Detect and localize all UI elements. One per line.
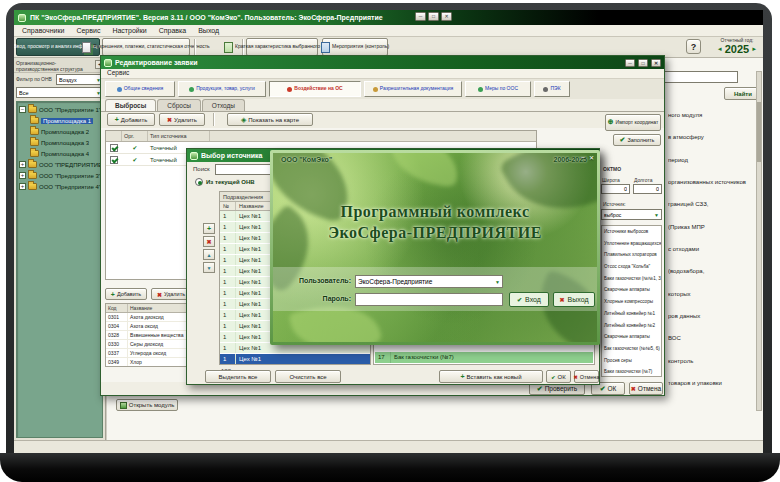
tab-products[interactable]: Продукция, товар, услуги [178, 81, 266, 97]
source-list-item[interactable]: Источники выбросов [602, 226, 661, 238]
permissions-button[interactable]: Разрешения, платежи, статистическая отче… [102, 38, 190, 56]
cancel-button[interactable]: ✖ Отмена [574, 370, 599, 383]
module-list-item[interactable]: которых [668, 291, 758, 297]
remove-icon[interactable]: ✖ [203, 236, 215, 247]
latitude-input[interactable] [601, 184, 630, 194]
minimize-icon[interactable]: ─ [625, 59, 635, 67]
expand-icon[interactable]: + [19, 183, 26, 190]
move-down-icon[interactable]: ▼ [203, 262, 215, 273]
insert-as-new-button[interactable]: + Вставить как новый [439, 370, 543, 383]
brief-info-button[interactable]: Краткая характеристика выбранного объект… [246, 38, 318, 56]
maximize-icon[interactable]: □ [428, 12, 439, 21]
scrollbar-thumb[interactable] [757, 102, 761, 162]
help-button[interactable]: ? [686, 39, 701, 54]
import-coordinates-button[interactable]: ⊕ Импорт координат [605, 114, 661, 131]
source-list-item[interactable]: Уплотнение вращающихся печей [602, 238, 661, 250]
tree-item-site-1[interactable]: Промплощадка 1 [17, 115, 102, 126]
module-search-input[interactable] [658, 71, 738, 83]
source-list-item[interactable]: Литейный конвейер №1 [602, 308, 661, 320]
menu-spravka[interactable]: Справка [153, 27, 192, 34]
expand-icon[interactable]: + [19, 161, 26, 168]
scope-select[interactable]: Все ▼ [16, 87, 104, 98]
module-list-item[interactable]: (Приказ МПР [668, 224, 758, 230]
tree-item-site-4[interactable]: Промплощадка 4 [17, 148, 102, 159]
ok-button[interactable]: ✔ ОК [546, 370, 571, 383]
open-module-button[interactable]: Открыть модуль [116, 399, 178, 411]
current-onv-radio[interactable] [195, 178, 203, 186]
source-select[interactable]: выброс ▼ [601, 209, 662, 220]
longitude-input[interactable] [633, 184, 662, 194]
subtab-emissions[interactable]: Выбросы [105, 99, 156, 111]
department-row[interactable]: 1 Цех №1 [220, 354, 370, 365]
pollutant-add-button[interactable]: + Добавить [105, 288, 147, 300]
select-all-button[interactable]: Выделить все [205, 370, 271, 383]
tree-item-site-3[interactable]: Промплощадка 3 [17, 137, 102, 148]
menu-servis[interactable]: Сервис [107, 69, 129, 76]
checkbox[interactable] [110, 144, 118, 152]
source-list-item[interactable]: Сварочные аппараты [602, 331, 661, 343]
tab-pek[interactable]: ПЭК [534, 81, 570, 97]
year-prev-icon[interactable]: ◄ [717, 46, 723, 52]
minimize-icon[interactable]: ─ [581, 154, 585, 161]
tab-permits[interactable]: Разрешительная документация [364, 81, 462, 97]
pollutant-delete-button[interactable]: ✖ Удалить [151, 288, 191, 300]
password-input[interactable] [355, 293, 503, 306]
exit-button[interactable]: ✖ Выход [553, 292, 595, 307]
tree-item-enterprise-4[interactable]: + ООО "Предприятие 4" [17, 181, 102, 192]
delete-button[interactable]: ✖ Удалить [159, 113, 205, 126]
checkbox[interactable] [110, 156, 118, 164]
login-button[interactable]: ✔ Вход [509, 292, 549, 307]
module-list-item[interactable]: (водозабора, [668, 268, 758, 274]
close-icon[interactable]: ✕ [441, 12, 452, 21]
tab-environment-impact[interactable]: Воздействие на ОС [269, 81, 361, 97]
user-select[interactable]: ЭкоСфера-Предприятие ▼ [355, 275, 503, 288]
subtab-discharges[interactable]: Сбросы [157, 99, 201, 111]
tab-general[interactable]: Общие сведения [105, 81, 175, 97]
module-list-item[interactable]: период [668, 157, 758, 163]
collapse-icon[interactable]: − [19, 106, 26, 113]
source-list-item[interactable]: Бак газоочистки (№№5, 6) [602, 343, 661, 355]
menu-nastroyki[interactable]: Настройки [106, 27, 152, 34]
tree-item-enterprise-1[interactable]: − ООО "Предприятие 1" [17, 104, 102, 115]
module-list-item[interactable]: контроль [668, 358, 758, 364]
module-list-item[interactable]: границей СЗЗ, [668, 201, 758, 207]
fill-button[interactable]: ✔ Заполнить [613, 134, 661, 146]
menu-vyhod[interactable]: Выход [192, 27, 225, 34]
add-button[interactable]: + Добавить [107, 113, 155, 126]
module-list-item[interactable]: с отходами [668, 246, 758, 252]
source-list-item[interactable]: Баки газоочистки (№№1, 3, 4) [602, 273, 661, 285]
source-list-item[interactable]: Хлорные компрессоры [602, 296, 661, 308]
menu-servis[interactable]: Сервис [70, 27, 106, 34]
onv-filter-select[interactable]: Воздух ▼ [56, 74, 104, 85]
expand-icon[interactable]: + [19, 172, 26, 179]
subtab-waste[interactable]: Отходы [202, 99, 245, 111]
close-icon[interactable]: ✕ [589, 154, 594, 161]
module-list-item[interactable]: в атмосферу [668, 134, 758, 140]
events-control-button[interactable]: Мероприятия (контроль) [322, 38, 388, 56]
move-up-icon[interactable]: ▲ [203, 249, 215, 260]
module-list-item[interactable]: ного модуля [668, 112, 758, 118]
cancel-button[interactable]: ✖ Отмена [629, 382, 663, 395]
clear-all-button[interactable]: Очистить все [275, 370, 341, 383]
add-icon[interactable]: + [203, 223, 215, 234]
source-list-item[interactable]: Плавильных хлораторов [602, 249, 661, 261]
show-on-map-button[interactable]: ◈ Показать на карте [227, 113, 313, 126]
tab-eco-measures[interactable]: Меры по ООС [465, 81, 531, 97]
maximize-icon[interactable]: □ [638, 59, 648, 67]
module-list-item[interactable]: ров данных [668, 313, 758, 319]
module-list-item[interactable]: ВОС [668, 335, 758, 341]
tree-item-enterprise-3[interactable]: + ООО "Предприятие 3" [17, 170, 102, 181]
minimize-icon[interactable]: ─ [415, 12, 426, 21]
module-list-item[interactable]: товаров и упаковки [668, 380, 758, 386]
source-list-item[interactable]: Сварочные аппараты [602, 284, 661, 296]
tree-item-enterprise-2[interactable]: + ООО "ПРЕДПРИЯТИЕ 2" [17, 159, 102, 170]
source-list-item[interactable]: Баки газоочистки (№7) [602, 366, 661, 377]
year-next-icon[interactable]: ► [751, 46, 757, 52]
scrollbar[interactable] [756, 71, 762, 411]
source-list-item[interactable]: Отсос схода "Кольба" [602, 261, 661, 273]
source-list-item[interactable]: Литейный конвейер №2 [602, 320, 661, 332]
close-icon[interactable]: ✕ [651, 59, 661, 67]
module-list-item[interactable]: организованных источников [668, 179, 758, 185]
source-list-item[interactable]: Просев серы [602, 355, 661, 367]
menu-spravochniki[interactable]: Справочники [16, 27, 70, 34]
